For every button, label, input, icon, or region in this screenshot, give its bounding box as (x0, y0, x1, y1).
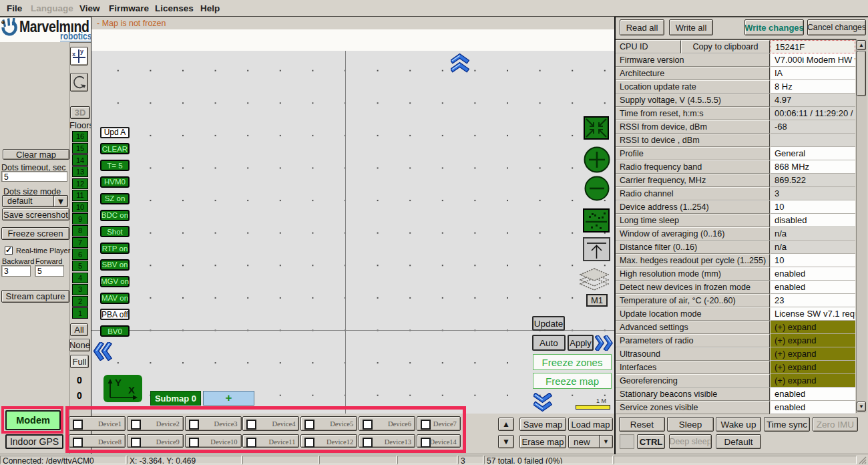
svg-text:x: x (72, 51, 75, 57)
svg-text:Y: Y (115, 377, 122, 388)
svg-text:X: X (128, 384, 135, 396)
svg-text:y: y (80, 48, 83, 55)
